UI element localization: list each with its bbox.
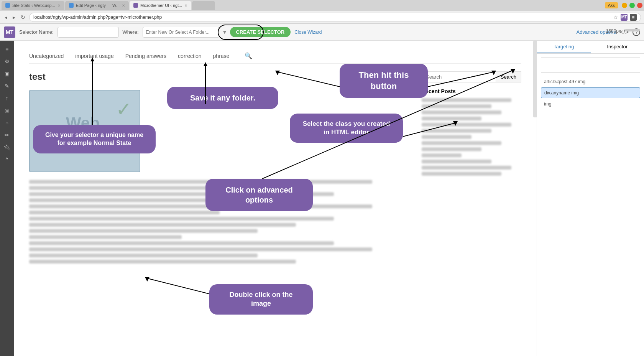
right-panel-tabs: Targeting Inspector	[537, 41, 644, 54]
sidebar-icon-grid[interactable]: ▣	[2, 68, 12, 79]
tab-close-2[interactable]: ✕	[122, 3, 125, 8]
tab-bar: Site Stats ‹ Webcusp... ✕ Edit Page ‹ ng…	[0, 0, 644, 11]
search-button[interactable]: Search	[496, 71, 521, 82]
blur-line-14	[29, 260, 296, 264]
blur-line-7	[29, 217, 334, 221]
sidebar-icon-upload[interactable]: ↑	[2, 93, 12, 104]
selector-name-input[interactable]	[58, 27, 119, 38]
blur-line-12	[29, 247, 372, 251]
right-panel: Targeting Inspector article#post-497 img…	[537, 41, 644, 356]
selector-item-1[interactable]: article#post-497 img	[541, 77, 640, 87]
blur-line-9	[29, 229, 258, 233]
blur-line-1	[29, 180, 372, 184]
search-input[interactable]	[422, 71, 496, 82]
blur-line-10	[29, 235, 182, 239]
tab-microthemer[interactable]: Microthemer UI ‹ ngt... ✕	[130, 1, 191, 10]
blur-line-11	[29, 241, 334, 245]
selector-item-2[interactable]: div.anyname img	[541, 87, 640, 98]
svg-line-12	[148, 279, 209, 294]
svg-marker-13	[145, 277, 150, 282]
panel-content: article#post-497 img div.anyname img img	[537, 54, 644, 356]
wp-search-icon[interactable]: 🔍	[245, 52, 252, 59]
bookmark-icon[interactable]: ☆	[613, 14, 618, 20]
tooltip-select-class: Select the class you created in HTML edi…	[290, 114, 403, 143]
content-area: Uncategorized important usage Pending an…	[14, 41, 537, 356]
window-minimize[interactable]	[622, 3, 627, 8]
tab-favicon-1	[5, 3, 10, 8]
sidebar-icon-circle[interactable]: ○	[2, 117, 12, 128]
sidebar-blur-13	[422, 172, 501, 176]
blur-line-6	[29, 211, 220, 214]
tab-label-3: Microthemer UI ‹ ngt...	[140, 3, 182, 8]
user-badge: Aks	[605, 2, 618, 8]
left-sidebar: ≡ ⚙ ▣ ✎ ↑ ◎ ○ ✏ 🔌 ^	[0, 41, 14, 356]
sidebar-blur-7	[422, 135, 472, 139]
pixel-info: 1680px	[606, 28, 621, 34]
sidebar-icon-edit[interactable]: ✎	[2, 81, 12, 91]
sidebar-blur-1	[422, 98, 511, 102]
sidebar-blur-2	[422, 104, 491, 108]
create-selector-button[interactable]: CREATE SELECTOR	[230, 27, 291, 37]
nav-uncategorized[interactable]: Uncategorized	[29, 53, 64, 59]
wp-image-check: ✓	[116, 98, 132, 120]
sidebar-blur-9	[422, 147, 481, 151]
main-layout: ≡ ⚙ ▣ ✎ ↑ ◎ ○ ✏ 🔌 ^ Uncategorized import…	[0, 41, 644, 356]
address-bar-row: ◂ ▸ ↻ localhost/ngty/wp-admin/admin.php?…	[0, 11, 644, 24]
new-tab-area	[192, 1, 215, 10]
sidebar-blur-4	[422, 117, 481, 120]
app-toolbar: MT Selector Name: Where: ▾ CREATE SELECT…	[0, 24, 644, 41]
sidebar-blur-8	[422, 141, 501, 145]
sidebar-icon-pencil[interactable]: ✏	[2, 130, 12, 140]
tooltip-then-hit: Then hit this button	[340, 64, 428, 98]
tab-inspector[interactable]: Inspector	[591, 41, 644, 53]
back-button[interactable]: ◂	[3, 13, 9, 21]
sidebar-blur-5	[422, 123, 511, 127]
tooltip-give-name: Give your selector a unique name for exa…	[33, 125, 156, 153]
blur-line-13	[29, 254, 258, 257]
sidebar-blur-11	[422, 160, 491, 163]
sidebar-icon-collapse[interactable]: ^	[2, 154, 12, 165]
selector-textarea[interactable]	[541, 58, 640, 73]
search-box: Search	[422, 71, 521, 82]
sidebar-icon-settings[interactable]: ⚙	[2, 56, 12, 67]
tab-site-stats[interactable]: Site Stats ‹ Webcusp... ✕	[2, 1, 64, 10]
sidebar-icon-plugins[interactable]: 🔌	[2, 142, 12, 153]
sidebar-blur-10	[422, 153, 462, 157]
nav-phrase[interactable]: phrase	[213, 53, 230, 59]
reload-button[interactable]: ↻	[19, 13, 27, 21]
nav-correction[interactable]: correction	[178, 53, 201, 59]
forward-button[interactable]: ▸	[11, 13, 17, 21]
tab-close-1[interactable]: ✕	[58, 3, 61, 8]
address-bar[interactable]: localhost/ngty/wp-admin/admin.php?page=t…	[29, 13, 641, 22]
window-close[interactable]	[637, 3, 642, 8]
mt-logo: MT	[4, 26, 15, 38]
wp-sidebar-right: Search Recent Posts	[422, 71, 521, 266]
tab-close-3[interactable]: ✕	[184, 3, 187, 8]
blur-line-8	[29, 223, 296, 227]
window-maximize[interactable]	[629, 3, 635, 8]
ext-microthemer[interactable]: MT	[621, 14, 628, 21]
selector-item-3[interactable]: img	[541, 99, 640, 109]
ext-other[interactable]: ▦	[630, 14, 637, 21]
tab-edit-page[interactable]: Edit Page ‹ ngty — W... ✕	[65, 1, 129, 10]
where-label: Where:	[123, 29, 139, 35]
wp-content: Uncategorized important usage Pending an…	[14, 41, 537, 274]
sidebar-icon-menu[interactable]: ≡	[2, 44, 12, 54]
wp-nav: Uncategorized important usage Pending an…	[29, 48, 521, 64]
nav-important[interactable]: important usage	[75, 53, 113, 59]
tooltip-click-advanced: Click on advanced options	[205, 179, 313, 211]
sidebar-blur-12	[422, 166, 511, 170]
folder-dropdown-icon[interactable]: ▾	[223, 28, 226, 36]
blur-line-5	[29, 204, 372, 208]
nav-pending[interactable]: Pending answers	[125, 53, 166, 59]
close-wizard-link[interactable]: Close Wizard	[294, 30, 322, 35]
sidebar-blur-6	[422, 129, 491, 133]
sidebar-icon-view[interactable]: ◎	[2, 105, 12, 116]
recent-posts-title: Recent Posts	[422, 88, 521, 94]
folder-input[interactable]	[143, 27, 219, 38]
pixel-slider[interactable]	[625, 29, 640, 31]
tab-targeting[interactable]: Targeting	[537, 41, 591, 53]
scroll-indicator	[533, 41, 537, 117]
selector-name-label: Selector Name:	[19, 29, 54, 35]
tab-favicon-2	[69, 3, 74, 8]
